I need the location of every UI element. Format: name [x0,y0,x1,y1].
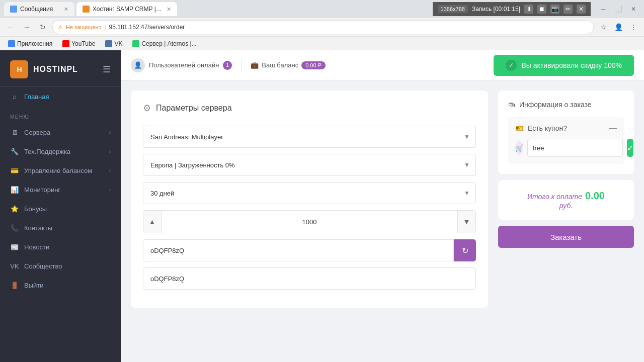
menu-btn[interactable]: ⋮ [627,21,640,34]
tab-close-hosting[interactable]: ✕ [167,6,171,13]
location-select[interactable]: Европа | Загруженность 0%Азия | Загружен… [143,154,476,176]
sidebar-label-news: Новости [24,243,111,251]
tab-close-messages[interactable]: ✕ [64,6,68,13]
main-panel-header: ⚙ Параметры сервера [143,103,476,114]
content-area: 👤 Пользователей онлайн 1 💼 Ваш баланс 0.… [121,50,644,362]
sidebar-item-contacts[interactable]: 📞 Контакты [0,218,121,237]
sidebar-item-logout[interactable]: 🚪 Выйти [0,276,121,295]
not-secure-label: Не защищено [66,24,102,30]
check-icon: ✓ [506,60,517,71]
browser-actions: ☆ 👤 ⋮ [597,21,640,34]
sidebar-item-monitoring[interactable]: 📊 Мониторинг › [0,180,121,199]
recording-resolution: 1366x768 [438,5,468,13]
logout-icon: 🚪 [10,281,19,290]
back-btn[interactable]: ← [4,21,17,34]
bookmark-vk[interactable]: VK [103,39,124,48]
coupon-toggle-btn[interactable]: — [609,124,617,133]
recording-bar: 1366x768 Запись [00:01:15] ⏸ ⏹ 📷 ✏ ✕ [433,2,591,16]
arrow-icon-balance: › [109,168,111,173]
discount-banner: ✓ Вы активировали скидку 100% [494,55,634,76]
bookmark-youtube[interactable]: YouTube [60,39,97,48]
browser-nav: ← → ↻ ⚠ Не защищено | 95.181.152.47/serv… [0,18,644,36]
forward-btn[interactable]: → [20,21,33,34]
rec-camera-btn[interactable]: 📷 [550,5,559,14]
balance-icon: 💳 [10,166,19,175]
sidebar-label-balance: Управление балансом [24,167,104,174]
rec-close-btn[interactable]: ✕ [577,5,586,14]
sidebar-menu-label: МЕНЮ [0,106,121,123]
logo-icon: H [10,60,28,78]
rec-stop-btn[interactable]: ⏹ [537,5,546,14]
sidebar-label-servers: Сервера [24,129,104,136]
sidebar-item-news[interactable]: 📰 Новости [0,237,121,256]
reload-btn[interactable]: ↻ [36,21,49,34]
bookmark-favicon-yt [62,40,69,47]
sidebar-item-support[interactable]: 🔧 Тех.Поддержка › [0,142,121,161]
slots-group: ▲ ▼ [143,210,476,233]
address-bar[interactable]: ⚠ Не защищено | 95.181.152.47/servers/or… [52,20,594,34]
online-badge: 1 [223,61,232,70]
game-select[interactable]: San Andreas: MultiplayerCounter-StrikeMi… [143,126,476,148]
servers-icon: 🖥 [10,128,19,137]
sidebar-label-bonuses: Бонусы [24,205,111,213]
password-input[interactable] [143,239,454,261]
separator: | [105,24,106,30]
sidebar-label-community: Сообщество [24,262,111,270]
confirm-password-input[interactable] [143,267,476,290]
balance-label: Ваш баланс [262,61,298,69]
total-currency-text: руб. [559,202,573,210]
bookmark-favicon-vk [105,40,112,47]
location-select-group: Европа | Загруженность 0%Азия | Загружен… [143,154,476,176]
arrow-icon-support: › [109,149,111,154]
balance-badge: 0.00 Р [301,61,326,69]
address-text[interactable]: 95.181.152.47/servers/order [109,24,588,31]
bookmarks-btn[interactable]: ☆ [597,21,610,34]
rec-edit-btn[interactable]: ✏ [564,5,573,14]
refresh-password-btn[interactable]: ↻ [454,239,476,261]
slots-up-btn[interactable]: ▲ [143,211,162,233]
community-icon: VK [10,261,19,270]
window-close[interactable]: ✕ [627,3,640,16]
topbar-divider [241,59,242,71]
total-display: Итого к оплате 0.00 [527,190,605,202]
topbar: 👤 Пользователей онлайн 1 💼 Ваш баланс 0.… [121,50,644,80]
order-info-title: 🛍 Информация о заказе [508,101,592,109]
order-info-label: Информация о заказе [519,101,592,109]
sidebar-item-home[interactable]: ⌂ Главная [0,87,121,106]
slots-input[interactable] [162,211,457,233]
slots-down-btn[interactable]: ▼ [457,211,475,233]
bookmark-label-apps: Приложения [17,40,52,47]
page-content: ⚙ Параметры сервера San Andreas: Multipl… [121,80,644,318]
period-select[interactable]: 30 дней7 дней1 день [143,182,476,204]
slots-row: ▲ ▼ [143,210,476,233]
sidebar-item-community[interactable]: VK Сообщество [0,256,121,276]
window-maximize[interactable]: ⬜ [612,3,625,16]
password-group: ↻ [143,239,476,261]
profile-btn[interactable]: 👤 [612,21,625,34]
tab-messages[interactable]: Сообщения ✕ [4,2,74,16]
sidebar-toggle[interactable]: ☰ [103,64,111,75]
coupon-input[interactable] [527,139,623,157]
password-input-group: ↻ [143,239,476,261]
coupon-apply-btn[interactable]: ✓ [627,139,633,157]
bookmark-label-yt: YouTube [71,40,95,47]
tab-favicon-messages [10,6,17,13]
recording-time: Запись [00:01:15] [472,6,520,13]
bookmark-aternos[interactable]: Сервер | Aternos |... [130,39,198,48]
tab-title-messages: Сообщения [20,6,61,13]
total-label: Итого к оплате [527,193,582,201]
window-minimize[interactable]: ─ [597,3,610,16]
monitoring-icon: 📊 [10,185,19,194]
sidebar-item-balance[interactable]: 💳 Управление балансом › [0,161,121,180]
tab-hosting[interactable]: Хостинг SAMP CRMP | HOSTIN... ✕ [76,2,177,16]
total-card: Итого к оплате 0.00 руб. [498,180,634,220]
sidebar-item-servers[interactable]: 🖥 Сервера › [0,123,121,142]
bookmark-apps[interactable]: Приложения [6,39,54,48]
rec-pause-btn[interactable]: ⏸ [524,5,533,14]
sidebar-item-bonuses[interactable]: ⭐ Бонусы [0,199,121,218]
order-btn[interactable]: Заказать [498,226,634,248]
order-info-card: 🛍 Информация о заказе 🎫 Есть купон? — [498,90,634,174]
main-panel-title: Параметры сервера [156,104,232,113]
logo-text: HOSTINPL [33,65,78,74]
warning-icon: ⚠ [58,24,63,31]
